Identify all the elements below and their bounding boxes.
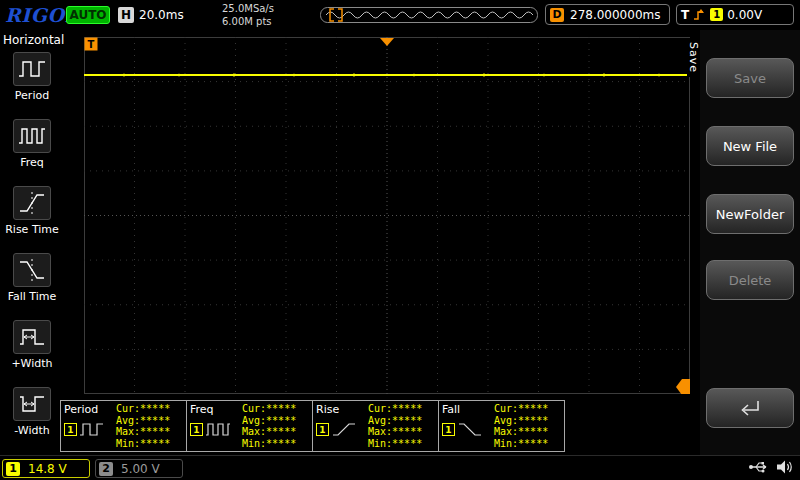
run-state-badge: AUTO bbox=[66, 6, 110, 24]
sidebar-item-freq[interactable]: Freq bbox=[0, 119, 64, 183]
sidebar-item-label: -Width bbox=[14, 424, 49, 437]
oscilloscope-screen: RIGOL AUTO H 20.0ms 25.0MSa/s 6.00M pts … bbox=[0, 0, 800, 480]
waveform-preview-icon bbox=[320, 7, 538, 23]
enter-icon bbox=[734, 396, 766, 420]
channel-1-badge: 1 bbox=[6, 462, 20, 476]
trigger-label: T bbox=[681, 8, 689, 22]
new-file-button[interactable]: New File bbox=[706, 126, 794, 166]
delay-value: 278.000000ms bbox=[570, 8, 660, 22]
freq-wave-icon bbox=[205, 420, 231, 438]
period-icon bbox=[13, 52, 51, 86]
trigger-source-badge: 1 bbox=[710, 8, 723, 21]
measurement-min: Min:***** bbox=[242, 438, 296, 450]
minus-width-icon bbox=[13, 387, 51, 421]
speaker-icon bbox=[776, 459, 794, 475]
measurement-max: Max:***** bbox=[116, 426, 170, 438]
period-wave-icon bbox=[79, 420, 105, 438]
horizontal-timebase: H 20.0ms bbox=[118, 6, 184, 24]
sidebar-item-label: +Width bbox=[11, 357, 52, 370]
sidebar-item-label: Period bbox=[15, 89, 49, 102]
trigger-slope-icon bbox=[692, 8, 706, 22]
sidebar-item-period[interactable]: Period bbox=[0, 52, 64, 116]
measure-sidebar: Horizontal Period Freq Rise Time bbox=[0, 30, 64, 455]
measurement-cur: Cur:***** bbox=[368, 403, 422, 415]
delay-label: D bbox=[550, 8, 564, 22]
status-icons bbox=[748, 459, 794, 475]
usb-icon bbox=[748, 459, 768, 475]
measurement-min: Min:***** bbox=[368, 438, 422, 450]
channel-1-scale: 14.8 V bbox=[28, 462, 67, 476]
measurement-name: Rise bbox=[316, 403, 368, 416]
sidebar-item-fall-time[interactable]: Fall Time bbox=[0, 253, 64, 317]
measurement-avg: Avg:***** bbox=[116, 415, 170, 427]
channel-2-badge: 2 bbox=[99, 462, 113, 476]
channel-2-box[interactable]: 2 5.00 V bbox=[95, 459, 183, 478]
channel-status-bar: 1 14.8 V 2 5.00 V bbox=[0, 455, 800, 480]
measurement-min: Min:***** bbox=[116, 438, 170, 450]
freq-icon bbox=[13, 119, 51, 153]
memory-depth: 6.00M pts bbox=[222, 15, 274, 28]
delay-readout: D 278.000000ms bbox=[545, 4, 670, 25]
sidebar-title: Horizontal bbox=[3, 33, 64, 47]
grid-and-trace: T bbox=[84, 37, 690, 394]
measurement-name: Period bbox=[64, 403, 116, 416]
new-folder-button[interactable]: NewFolder bbox=[706, 194, 794, 234]
fall-wave-icon bbox=[457, 420, 483, 438]
svg-text:T: T bbox=[88, 39, 95, 50]
sidebar-item-label: Fall Time bbox=[8, 290, 57, 303]
measurement-max: Max:***** bbox=[368, 426, 422, 438]
save-menu: Save Save New File NewFolder Delete bbox=[700, 30, 800, 455]
sidebar-item-rise-time[interactable]: Rise Time bbox=[0, 186, 64, 250]
measurement-max: Max:***** bbox=[494, 426, 548, 438]
sample-rate: 25.0MSa/s bbox=[222, 2, 274, 15]
sidebar-item-label: Freq bbox=[20, 156, 44, 169]
graticule: T bbox=[84, 37, 690, 394]
measurement-avg: Avg:***** bbox=[494, 415, 548, 427]
rise-wave-icon bbox=[331, 420, 357, 438]
measurement-bar: Period 1 Cur:***** Avg:***** Max:***** M… bbox=[60, 400, 564, 452]
fall-time-icon bbox=[13, 253, 51, 287]
trigger-readout: T 1 0.00V bbox=[676, 4, 794, 25]
plus-width-icon bbox=[13, 320, 51, 354]
top-status-bar: RIGOL AUTO H 20.0ms 25.0MSa/s 6.00M pts … bbox=[0, 0, 800, 30]
measurement-source-badge: 1 bbox=[316, 423, 329, 436]
measurement-panel-freq: Freq 1 Cur:***** Avg:***** Max:***** Min… bbox=[186, 400, 313, 452]
measurement-cur: Cur:***** bbox=[242, 403, 296, 415]
measurement-name: Fall bbox=[442, 403, 494, 416]
measurement-name: Freq bbox=[190, 403, 242, 416]
channel-1-box[interactable]: 1 14.8 V bbox=[2, 459, 90, 478]
measurement-panel-fall: Fall 1 Cur:***** Avg:***** Max:***** Min… bbox=[438, 400, 565, 452]
sidebar-item-label: Rise Time bbox=[5, 223, 59, 236]
trigger-position-marker bbox=[380, 38, 394, 46]
measurement-panel-period: Period 1 Cur:***** Avg:***** Max:***** M… bbox=[60, 400, 187, 452]
sidebar-item-minus-width[interactable]: -Width bbox=[0, 387, 64, 451]
measurement-source-badge: 1 bbox=[442, 423, 455, 436]
trigger-level-value: 0.00V bbox=[727, 8, 762, 22]
measurement-cur: Cur:***** bbox=[116, 403, 170, 415]
delay-edge-marker bbox=[676, 379, 690, 394]
measurement-max: Max:***** bbox=[242, 426, 296, 438]
rise-time-icon bbox=[13, 186, 51, 220]
measurement-panel-rise: Rise 1 Cur:***** Avg:***** Max:***** Min… bbox=[312, 400, 439, 452]
channel-2-scale: 5.00 V bbox=[121, 462, 160, 476]
measurement-source-badge: 1 bbox=[190, 423, 203, 436]
memory-preview-strip bbox=[320, 7, 538, 27]
measurement-source-badge: 1 bbox=[64, 423, 77, 436]
save-button[interactable]: Save bbox=[706, 58, 794, 98]
measurement-avg: Avg:***** bbox=[242, 415, 296, 427]
acquisition-info: 25.0MSa/s 6.00M pts bbox=[222, 2, 274, 28]
back-enter-button[interactable] bbox=[706, 388, 794, 428]
delete-button[interactable]: Delete bbox=[706, 260, 794, 300]
sidebar-item-plus-width[interactable]: +Width bbox=[0, 320, 64, 384]
measurement-min: Min:***** bbox=[494, 438, 548, 450]
timebase-value: 20.0ms bbox=[139, 8, 184, 22]
h-label: H bbox=[118, 7, 134, 23]
trigger-t-marker: T bbox=[85, 38, 98, 51]
menu-tab-save: Save bbox=[687, 38, 700, 77]
measurement-avg: Avg:***** bbox=[368, 415, 422, 427]
measurement-cur: Cur:***** bbox=[494, 403, 548, 415]
